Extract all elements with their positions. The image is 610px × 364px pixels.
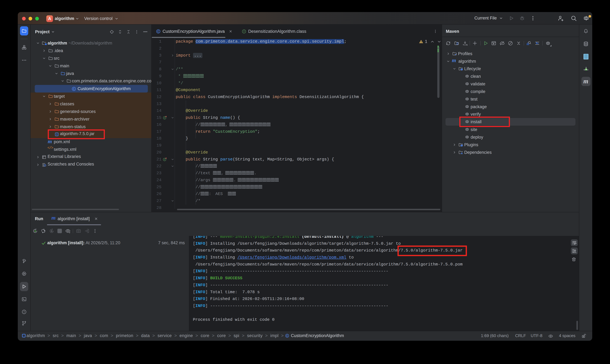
svg-text:C: C	[73, 87, 75, 90]
svg-text:I: I	[164, 117, 165, 119]
svg-text:I: I	[164, 158, 165, 161]
svg-text:I: I	[244, 30, 244, 33]
svg-text:C: C	[157, 30, 159, 33]
svg-text:C: C	[286, 335, 288, 337]
